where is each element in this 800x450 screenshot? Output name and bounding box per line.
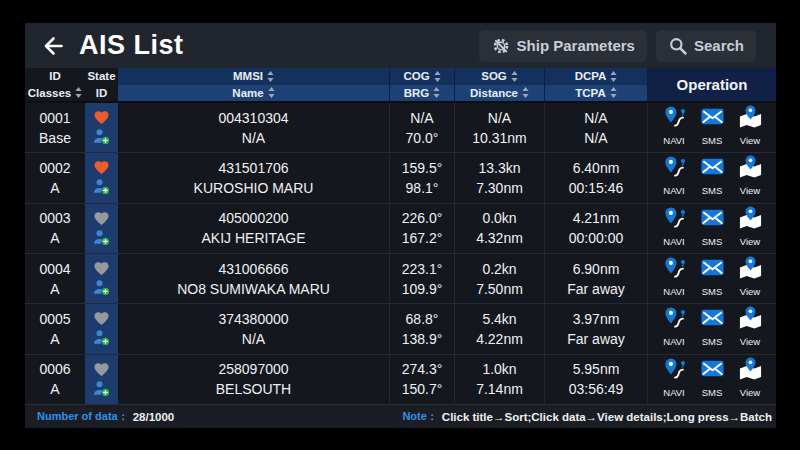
navi-label: NAVI: [663, 383, 684, 403]
table-row[interactable]: 0003 A 405000200 AKIJ HERITAGE 226.0° 16…: [25, 204, 776, 254]
row-sog: 0.2kn: [482, 259, 516, 279]
navi-button[interactable]: NAVI: [662, 356, 687, 403]
sms-button[interactable]: SMS: [700, 255, 725, 302]
view-map-icon: [738, 104, 763, 129]
add-person-icon[interactable]: [92, 278, 111, 297]
row-name: BELSOUTH: [216, 379, 291, 399]
favorite-heart-icon[interactable]: [92, 210, 111, 227]
sms-button[interactable]: SMS: [700, 305, 725, 352]
sog-distance-cell: 5.4kn 4.22nm: [455, 304, 545, 353]
navi-icon: [662, 104, 687, 129]
add-person-icon[interactable]: [92, 379, 111, 398]
add-person-icon[interactable]: [92, 177, 111, 196]
view-map-icon: [738, 255, 763, 280]
table-row[interactable]: 0002 A 431501706 KUROSHIO MARU 159.5° 98…: [25, 153, 776, 203]
navi-button[interactable]: NAVI: [662, 305, 687, 352]
sms-envelope-icon: [700, 356, 725, 381]
navi-icon: [662, 305, 687, 330]
col-label-classes: Classes: [28, 87, 71, 99]
ais-list-screen: AIS List Ship Parameters Search ID Class…: [25, 23, 776, 428]
sms-label: SMS: [702, 181, 723, 201]
sms-button[interactable]: SMS: [700, 154, 725, 201]
view-button[interactable]: View: [738, 305, 763, 352]
view-button[interactable]: View: [738, 104, 763, 151]
view-map-icon: [738, 205, 763, 230]
column-header-state-id: State ID: [85, 68, 118, 101]
dcpa-tcpa-cell: 4.21nm 00:00:00: [545, 204, 648, 253]
table-row[interactable]: 0005 A 374380000 N/A 68.8° 138.9° 5.4kn …: [25, 304, 776, 354]
sms-button[interactable]: SMS: [700, 356, 725, 403]
sog-distance-cell: 0.2kn 7.50nm: [455, 254, 545, 303]
row-sog: N/A: [488, 108, 511, 128]
col-label-id: ID: [49, 70, 61, 82]
sort-icon: [268, 87, 275, 98]
row-mmsi: 431006666: [218, 259, 288, 279]
favorite-heart-icon[interactable]: [92, 310, 111, 327]
cog-brg-cell: N/A 70.0°: [390, 103, 455, 152]
col-label-cog: COG: [403, 70, 429, 82]
sort-icon: [610, 87, 617, 98]
navi-button[interactable]: NAVI: [662, 104, 687, 151]
row-distance: 4.22nm: [476, 329, 523, 349]
view-button[interactable]: View: [738, 205, 763, 252]
state-id-cell: [85, 254, 118, 303]
favorite-heart-icon[interactable]: [92, 260, 111, 277]
column-header-dcpa-tcpa[interactable]: DCPA TCPA: [545, 68, 648, 101]
back-button[interactable]: [39, 32, 67, 60]
id-classes-cell: 0006 A: [25, 355, 85, 404]
sog-distance-cell: N/A 10.31nm: [455, 103, 545, 152]
column-header-id-classes[interactable]: ID Classes: [25, 68, 85, 101]
add-person-icon[interactable]: [92, 328, 111, 347]
row-mmsi: 004310304: [218, 108, 288, 128]
column-header-mmsi-name[interactable]: MMSI Name: [118, 68, 390, 101]
sms-envelope-icon: [700, 305, 725, 330]
table-row[interactable]: 0006 A 258097000 BELSOUTH 274.3° 150.7° …: [25, 355, 776, 404]
search-button[interactable]: Search: [656, 30, 756, 62]
view-button[interactable]: View: [738, 356, 763, 403]
navi-label: NAVI: [663, 131, 684, 151]
col-label-operation: Operation: [677, 76, 748, 93]
search-label: Search: [694, 37, 744, 54]
view-map-icon: [738, 305, 763, 330]
row-name: KUROSHIO MARU: [194, 178, 314, 198]
dcpa-tcpa-cell: 6.90nm Far away: [545, 254, 648, 303]
view-button[interactable]: View: [738, 154, 763, 201]
sms-button[interactable]: SMS: [700, 104, 725, 151]
sms-button[interactable]: SMS: [700, 205, 725, 252]
ship-parameters-button[interactable]: Ship Parameters: [479, 30, 647, 62]
sort-icon: [610, 71, 617, 82]
row-tcpa: N/A: [584, 128, 607, 148]
col-label-sog: SOG: [481, 70, 507, 82]
row-cog: 159.5°: [402, 158, 443, 178]
navi-icon: [662, 255, 687, 280]
add-person-icon[interactable]: [92, 127, 111, 146]
status-bar: Number of data： 28/1000 Note： Click titl…: [25, 404, 776, 428]
cog-brg-cell: 68.8° 138.9°: [390, 304, 455, 353]
sog-distance-cell: 1.0kn 7.14nm: [455, 355, 545, 404]
table-row[interactable]: 0004 A 431006666 NO8 SUMIWAKA MARU 223.1…: [25, 254, 776, 304]
view-label: View: [740, 181, 760, 201]
row-distance: 7.50nm: [476, 279, 523, 299]
view-label: View: [740, 332, 760, 352]
row-distance: 7.30nm: [476, 178, 523, 198]
add-person-icon[interactable]: [92, 228, 111, 247]
row-id: 0001: [39, 108, 70, 128]
title-bar: AIS List Ship Parameters Search: [25, 23, 776, 68]
view-button[interactable]: View: [738, 255, 763, 302]
column-header-cog-brg[interactable]: COG BRG: [390, 68, 455, 101]
sog-distance-cell: 0.0kn 4.32nm: [455, 204, 545, 253]
favorite-heart-icon[interactable]: [92, 109, 111, 126]
navi-button[interactable]: NAVI: [662, 255, 687, 302]
row-id: 0003: [39, 208, 70, 228]
cog-brg-cell: 223.1° 109.9°: [390, 254, 455, 303]
favorite-heart-icon[interactable]: [92, 361, 111, 378]
favorite-heart-icon[interactable]: [92, 159, 111, 176]
row-cog: 274.3°: [402, 359, 443, 379]
table-row[interactable]: 0001 Base 004310304 N/A N/A 70.0° N/A 10…: [25, 103, 776, 153]
sms-envelope-icon: [700, 255, 725, 280]
row-dcpa: 6.90nm: [573, 259, 620, 279]
column-header-sog-distance[interactable]: SOG Distance: [455, 68, 545, 101]
navi-button[interactable]: NAVI: [662, 205, 687, 252]
view-label: View: [740, 131, 760, 151]
navi-button[interactable]: NAVI: [662, 154, 687, 201]
